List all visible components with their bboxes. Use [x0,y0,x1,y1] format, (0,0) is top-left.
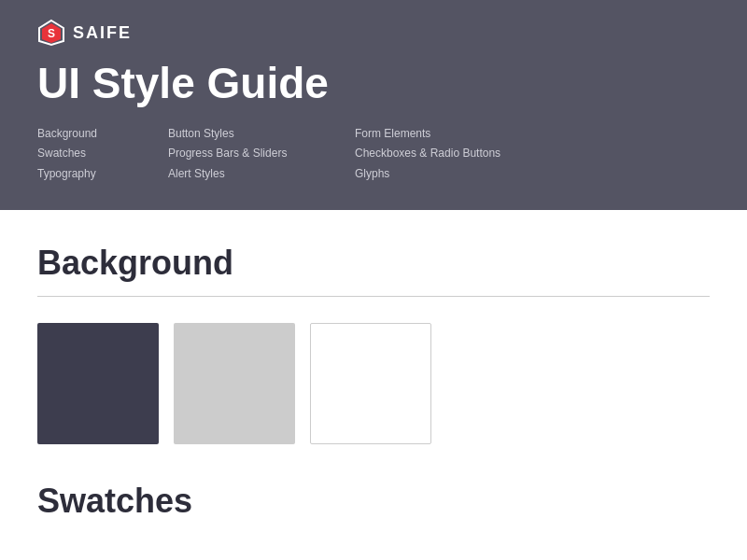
nav-item-background[interactable]: Background [37,124,168,145]
nav-item-progress-bars[interactable]: Progress Bars & Sliders [168,144,355,164]
nav-col-2: Button Styles Progress Bars & Sliders Al… [168,124,355,185]
nav-links: Background Swatches Typography Button St… [37,124,710,185]
swatch-white [310,323,431,444]
background-divider [37,296,710,297]
page-title: UI Style Guide [37,60,710,107]
svg-text:S: S [48,27,55,40]
nav-item-form-elements[interactable]: Form Elements [355,124,616,145]
nav-item-alert-styles[interactable]: Alert Styles [168,164,355,185]
background-section-title: Background [37,244,710,283]
swatches-section: Swatches [37,482,710,521]
nav-col-3: Form Elements Checkboxes & Radio Buttons… [355,124,616,185]
main-content: Background Swatches [0,210,747,549]
nav-item-swatches[interactable]: Swatches [37,144,168,164]
nav-item-glyphs[interactable]: Glyphs [355,164,616,185]
nav-col-1: Background Swatches Typography [37,124,168,185]
background-swatches-row [37,323,710,444]
swatch-light-gray [174,323,295,444]
nav-item-button-styles[interactable]: Button Styles [168,124,355,145]
logo-text: SAIFE [73,23,132,43]
saife-logo-icon: S [37,19,65,47]
logo-row: S SAIFE [37,19,710,47]
page-header: S SAIFE UI Style Guide Background Swatch… [0,0,747,210]
background-section: Background [37,244,710,444]
swatch-dark [37,323,159,444]
nav-item-checkboxes[interactable]: Checkboxes & Radio Buttons [355,144,616,164]
nav-item-typography[interactable]: Typography [37,164,168,185]
swatches-section-title: Swatches [37,482,710,521]
